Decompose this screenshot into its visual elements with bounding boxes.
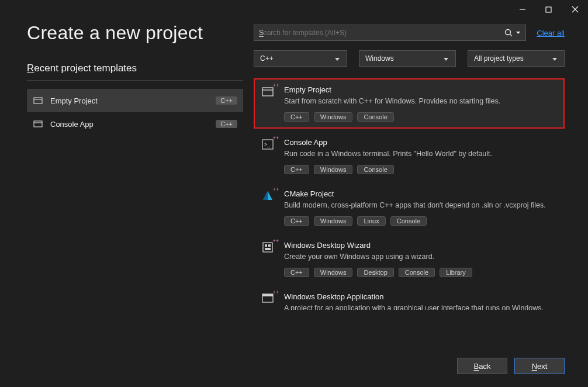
template-desc: A project for an application with a grap…	[284, 303, 559, 310]
svg-marker-10	[516, 32, 520, 34]
svg-rect-21	[265, 244, 267, 247]
template-title: Empty Project	[284, 85, 559, 94]
recent-item-tag: C++	[216, 96, 237, 105]
template-desc: Create your own Windows app using a wiza…	[284, 252, 559, 262]
template-item[interactable]: ++Windows Desktop ApplicationA project f…	[254, 285, 565, 310]
svg-text:>_: >_	[264, 141, 271, 147]
search-dropdown-icon[interactable]	[515, 32, 521, 34]
minimize-button[interactable]	[509, 1, 535, 18]
project-type-combo-value: All project types	[474, 54, 524, 63]
language-combo-value: C++	[260, 54, 274, 63]
template-icon: ++	[260, 85, 276, 102]
svg-rect-1	[546, 7, 551, 12]
template-title: Windows Desktop Wizard	[284, 241, 559, 250]
close-button[interactable]	[562, 1, 588, 18]
search-input[interactable]	[263, 29, 502, 37]
svg-rect-25	[262, 294, 273, 296]
svg-rect-20	[263, 243, 272, 252]
search-icon[interactable]	[502, 29, 515, 37]
svg-marker-12	[444, 58, 448, 61]
template-desc: Start from scratch with C++ for Windows.…	[284, 96, 559, 106]
template-tag: Console	[357, 165, 393, 174]
template-tag: Library	[440, 268, 472, 277]
chevron-down-icon	[444, 54, 449, 63]
template-item[interactable]: ++CMake ProjectBuild modern, cross-platf…	[254, 182, 565, 233]
template-tag: Windows	[314, 216, 353, 226]
page-title: Create a new project	[27, 22, 243, 44]
project-icon	[33, 119, 43, 129]
template-tag: Windows	[314, 268, 353, 277]
svg-marker-19	[263, 191, 268, 200]
svg-marker-11	[335, 58, 340, 61]
template-tag: C++	[284, 268, 309, 277]
recent-heading: Recent project templates	[27, 63, 243, 81]
back-button[interactable]: Back	[457, 358, 507, 374]
language-combo[interactable]: C++	[254, 50, 347, 67]
svg-marker-13	[552, 58, 557, 61]
template-tag: Console	[399, 268, 435, 277]
template-tag: Windows	[314, 165, 353, 174]
recent-item[interactable]: Empty ProjectC++	[27, 89, 243, 112]
recent-item[interactable]: Console AppC++	[27, 112, 243, 136]
svg-rect-4	[34, 98, 42, 103]
recent-list: Empty ProjectC++Console AppC++	[27, 89, 243, 136]
template-tag: Windows	[314, 112, 353, 122]
recent-item-label: Empty Project	[50, 96, 212, 105]
template-tag: Linux	[357, 216, 385, 226]
template-item[interactable]: ++Empty ProjectStart from scratch with C…	[254, 78, 565, 129]
template-tags: C++WindowsConsole	[284, 165, 559, 174]
window-titlebar	[0, 0, 588, 19]
chevron-down-icon	[335, 54, 341, 63]
template-tags: C++WindowsLinuxConsole	[284, 216, 559, 226]
template-title: Windows Desktop Application	[284, 292, 559, 301]
next-button[interactable]: Next	[514, 358, 565, 374]
template-tag: Console	[357, 112, 393, 122]
template-item[interactable]: ++Windows Desktop WizardCreate your own …	[254, 234, 565, 284]
templates-list: ++Empty ProjectStart from scratch with C…	[254, 78, 565, 310]
template-desc: Build modern, cross-platform C++ apps th…	[284, 201, 559, 210]
platform-combo[interactable]: Windows	[359, 50, 456, 67]
svg-rect-22	[268, 244, 271, 247]
recent-item-tag: C++	[216, 120, 237, 128]
template-item[interactable]: ++>_Console AppRun code in a Windows ter…	[254, 131, 565, 181]
template-icon: ++	[260, 241, 276, 257]
template-tag: C++	[284, 112, 309, 122]
clear-all-link[interactable]: Clear all	[537, 29, 565, 37]
template-tag: Console	[390, 216, 427, 226]
svg-rect-14	[262, 88, 273, 96]
svg-point-8	[506, 30, 511, 35]
recent-item-label: Console App	[50, 120, 212, 129]
project-icon	[33, 95, 43, 106]
template-tag: Desktop	[357, 268, 393, 277]
svg-rect-6	[34, 121, 42, 127]
platform-combo-value: Windows	[365, 54, 394, 63]
svg-rect-23	[265, 248, 271, 250]
svg-line-9	[510, 34, 513, 37]
template-tag: C++	[284, 165, 309, 174]
template-title: Console App	[284, 138, 559, 147]
project-type-combo[interactable]: All project types	[468, 50, 565, 67]
template-desc: Run code in a Windows terminal. Prints "…	[284, 149, 559, 159]
template-tags: C++WindowsDesktopConsoleLibrary	[284, 268, 559, 277]
template-icon: ++	[260, 189, 276, 206]
template-tags: C++WindowsConsole	[284, 112, 559, 122]
chevron-down-icon	[552, 54, 558, 63]
template-title: CMake Project	[284, 189, 559, 198]
template-tag: C++	[284, 216, 309, 226]
maximize-button[interactable]	[535, 1, 562, 18]
search-input-container[interactable]: S	[254, 25, 526, 41]
template-icon: ++	[260, 292, 276, 309]
template-icon: ++>_	[260, 138, 276, 154]
